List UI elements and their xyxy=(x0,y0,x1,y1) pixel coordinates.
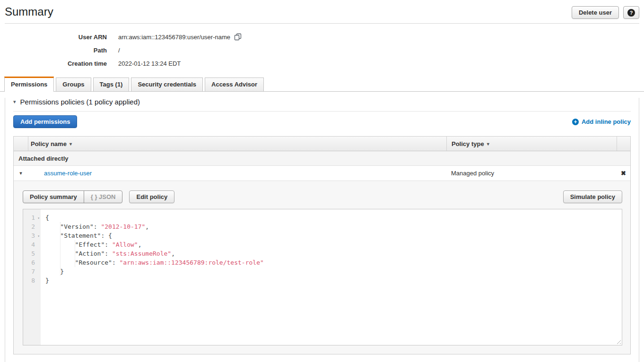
simulate-policy-button[interactable]: Simulate policy xyxy=(563,190,622,203)
policy-name-column-header[interactable]: Policy name ▾ xyxy=(28,137,446,151)
code-line[interactable]: } xyxy=(45,276,622,285)
code-line[interactable]: "Resource": "arn:aws:iam::123456789:role… xyxy=(45,258,622,267)
section-collapse-icon: ▾ xyxy=(13,99,16,104)
gutter-line-number: 5 xyxy=(23,249,41,258)
section-title: Permissions policies (1 policy applied) xyxy=(20,98,140,106)
actions-column-header xyxy=(617,137,630,151)
detach-policy-button[interactable]: ✖ xyxy=(617,170,630,177)
expand-column-header xyxy=(14,137,28,151)
indent-guide xyxy=(75,240,75,267)
row-collapse-toggle[interactable]: ▾ xyxy=(14,170,28,176)
code-line[interactable]: "Effect": "Allow", xyxy=(45,240,622,249)
path-label: Path xyxy=(0,47,118,54)
policies-table-header: Policy name ▾ Policy type ▾ xyxy=(14,137,630,151)
policy-summary-button[interactable]: Policy summary xyxy=(23,190,84,203)
indent-guide xyxy=(60,222,61,276)
path-row: Path / xyxy=(0,43,644,57)
tab-permissions[interactable]: Permissions xyxy=(4,77,54,92)
permissions-policies-section-toggle[interactable]: ▾ Permissions policies (1 policy applied… xyxy=(13,98,631,112)
editor-code[interactable]: { "Version": "2012-10-17", "Statement": … xyxy=(41,209,622,345)
fold-caret-icon[interactable]: ▾ xyxy=(37,232,40,241)
code-line[interactable]: } xyxy=(45,267,622,276)
gutter-line-number: 4 xyxy=(23,240,41,249)
creation-time-label: Creation time xyxy=(0,60,118,67)
code-line[interactable]: "Version": "2012-10-17", xyxy=(45,222,622,231)
user-arn-value: arn:aws:iam::123456789:user/user-name xyxy=(118,34,230,41)
gutter-line-number: 8 xyxy=(23,276,41,285)
gutter-line-number: 2 xyxy=(23,222,41,231)
tab-access-advisor[interactable]: Access Advisor xyxy=(205,78,264,91)
help-icon: ? xyxy=(627,9,635,17)
path-value: / xyxy=(118,47,120,54)
chevron-down-icon: ▾ xyxy=(19,170,22,176)
json-view-button[interactable]: { } JSON xyxy=(84,190,123,203)
tab-bar: Permissions Groups Tags (1) Security cre… xyxy=(0,77,644,92)
policy-table-row: ▾ assume-role-user Managed policy ✖ xyxy=(14,166,630,181)
tab-groups[interactable]: Groups xyxy=(56,78,91,91)
policy-name-link[interactable]: assume-role-user xyxy=(44,170,92,177)
permissions-tab-panel: ▾ Permissions policies (1 policy applied… xyxy=(5,98,639,362)
attached-directly-group-row: Attached directly xyxy=(14,151,630,166)
policy-detail-toolbar: Policy summary { } JSON Edit policy Simu… xyxy=(23,190,622,203)
policy-detail-panel: Policy summary { } JSON Edit policy Simu… xyxy=(14,181,630,354)
plus-circle-icon: + xyxy=(572,119,579,125)
user-arn-label: User ARN xyxy=(0,34,118,41)
user-arn-row: User ARN arn:aws:iam::123456789:user/use… xyxy=(0,30,644,43)
delete-user-button[interactable]: Delete user xyxy=(572,6,619,19)
policies-table: Policy name ▾ Policy type ▾ Attached dir… xyxy=(13,136,631,354)
gutter-line-number: 3▾ xyxy=(23,231,41,240)
code-line[interactable]: { xyxy=(45,213,622,222)
editor-gutter: 1▾23▾45678 xyxy=(23,209,41,345)
tab-security-credentials[interactable]: Security credentials xyxy=(131,78,203,91)
code-line[interactable]: "Action": "sts:AssumeRole", xyxy=(45,249,622,258)
help-button[interactable]: ? xyxy=(623,6,639,19)
page-header: Summary Delete user ? xyxy=(0,0,644,23)
json-policy-editor[interactable]: 1▾23▾45678 { "Version": "2012-10-17", "S… xyxy=(23,209,622,345)
fold-caret-icon[interactable]: ▾ xyxy=(37,214,40,223)
policy-type-value: Managed policy xyxy=(446,170,617,177)
tab-tags[interactable]: Tags (1) xyxy=(93,78,130,91)
sort-caret-icon: ▾ xyxy=(487,141,489,147)
policy-view-switcher: Policy summary { } JSON xyxy=(23,190,122,203)
detach-x-icon: ✖ xyxy=(621,170,626,177)
copy-icon[interactable] xyxy=(234,33,242,41)
policy-type-column-header[interactable]: Policy type ▾ xyxy=(446,137,617,151)
code-line[interactable]: "Statement": { xyxy=(45,231,622,240)
add-permissions-button[interactable]: Add permissions xyxy=(13,115,77,128)
gutter-line-number: 7 xyxy=(23,267,41,276)
add-inline-policy-link[interactable]: + Add inline policy xyxy=(572,118,631,125)
edit-policy-button[interactable]: Edit policy xyxy=(129,190,174,203)
policies-toolbar: Add permissions + Add inline policy xyxy=(13,115,631,128)
gutter-line-number: 1▾ xyxy=(23,213,41,222)
page-title: Summary xyxy=(5,5,53,18)
sort-caret-icon: ▾ xyxy=(70,141,72,147)
user-summary-fields: User ARN arn:aws:iam::123456789:user/use… xyxy=(0,24,644,70)
creation-time-row: Creation time 2022-01-12 13:24 EDT xyxy=(0,57,644,70)
creation-time-value: 2022-01-12 13:24 EDT xyxy=(118,60,181,67)
gutter-line-number: 6 xyxy=(23,258,41,267)
header-actions: Delete user ? xyxy=(572,6,639,19)
